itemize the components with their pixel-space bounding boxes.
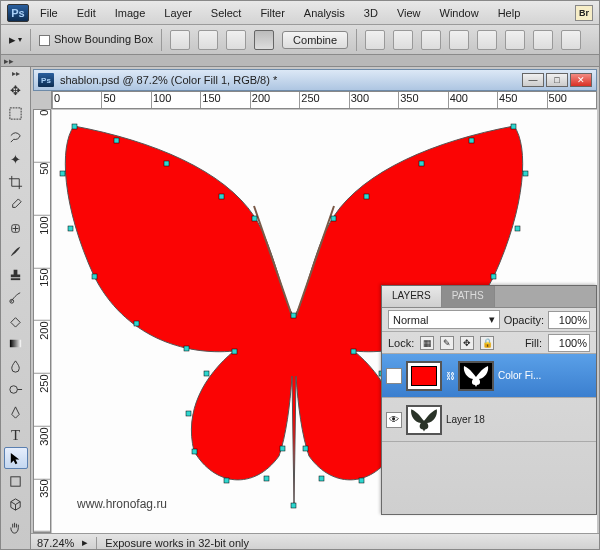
layer-list: 👁 ⛓ Color Fi... 👁: [382, 354, 596, 442]
chevron-right-icon[interactable]: ▸: [82, 536, 88, 549]
menu-3d[interactable]: 3D: [356, 4, 386, 22]
svg-rect-21: [224, 478, 229, 483]
menu-window[interactable]: Window: [432, 4, 487, 22]
wand-tool-icon[interactable]: ✦: [4, 148, 28, 170]
tool-preset-icon[interactable]: ▸: [9, 32, 16, 47]
svg-rect-31: [491, 274, 496, 279]
pathop-new-icon[interactable]: [170, 30, 190, 50]
type-tool-icon[interactable]: T: [4, 424, 28, 446]
layer-thumb-icon[interactable]: [406, 405, 442, 435]
blend-mode-select[interactable]: Normal▾: [388, 310, 500, 329]
visibility-toggle-icon[interactable]: 👁: [386, 412, 402, 428]
pathop-intersect-icon[interactable]: [254, 30, 274, 50]
layer-row[interactable]: 👁 ⛓ Color Fi...: [382, 354, 596, 398]
svg-rect-12: [60, 171, 65, 176]
distribute-v-icon[interactable]: [561, 30, 581, 50]
tab-layers[interactable]: LAYERS: [382, 286, 442, 307]
opacity-label: Opacity:: [504, 314, 544, 326]
document-titlebar[interactable]: Ps shablon.psd @ 87.2% (Color Fill 1, RG…: [33, 69, 597, 91]
menu-view[interactable]: View: [389, 4, 429, 22]
close-button[interactable]: ✕: [570, 73, 592, 87]
horizontal-ruler[interactable]: 050100150200250300350400450500: [51, 91, 597, 109]
svg-rect-19: [186, 411, 191, 416]
menu-bar: Ps File Edit Image Layer Select Filter A…: [1, 1, 599, 25]
shape-tool-icon[interactable]: [4, 470, 28, 492]
history-brush-tool-icon[interactable]: [4, 286, 28, 308]
layer-row[interactable]: 👁 Layer 18: [382, 398, 596, 442]
document-title: shablon.psd @ 87.2% (Color Fill 1, RGB/8…: [60, 74, 520, 86]
gradient-tool-icon[interactable]: [4, 332, 28, 354]
menu-image[interactable]: Image: [107, 4, 154, 22]
layer-thumb-fill-icon[interactable]: [406, 361, 442, 391]
vertical-ruler[interactable]: 050100150200250300350: [33, 109, 51, 533]
tab-paths[interactable]: PATHS: [442, 286, 495, 307]
svg-rect-27: [364, 194, 369, 199]
dodge-tool-icon[interactable]: [4, 378, 28, 400]
lock-pixels-icon[interactable]: ✎: [440, 336, 454, 350]
menu-layer[interactable]: Layer: [156, 4, 200, 22]
menu-file[interactable]: File: [32, 4, 66, 22]
distribute-h-icon[interactable]: [533, 30, 553, 50]
eraser-tool-icon[interactable]: [4, 309, 28, 331]
lasso-tool-icon[interactable]: [4, 125, 28, 147]
opacity-input[interactable]: 100%: [548, 311, 590, 329]
menu-edit[interactable]: Edit: [69, 4, 104, 22]
menu-filter[interactable]: Filter: [252, 4, 292, 22]
svg-rect-6: [11, 476, 20, 485]
marquee-tool-icon[interactable]: [4, 102, 28, 124]
canvas[interactable]: www.hronofag.ru LAYERS PATHS Normal▾ Opa…: [52, 110, 597, 533]
doc-icon: Ps: [38, 73, 54, 87]
svg-rect-4: [10, 339, 21, 347]
link-mask-icon[interactable]: ⛓: [446, 371, 454, 381]
align-middle-icon[interactable]: [477, 30, 497, 50]
tab-expand-icon[interactable]: ▸▸: [4, 56, 14, 66]
svg-rect-2: [11, 278, 20, 280]
layer-thumb-mask-icon[interactable]: [458, 361, 494, 391]
fill-input[interactable]: 100%: [548, 334, 590, 352]
svg-point-5: [10, 385, 18, 393]
document-area: Ps shablon.psd @ 87.2% (Color Fill 1, RG…: [31, 67, 599, 550]
pen-tool-icon[interactable]: [4, 401, 28, 423]
stamp-tool-icon[interactable]: [4, 263, 28, 285]
zoom-level[interactable]: 87.24%: [37, 537, 74, 549]
watermark-text: www.hronofag.ru: [77, 497, 167, 511]
layer-name[interactable]: Layer 18: [446, 414, 592, 425]
status-message: Exposure works in 32-bit only: [105, 537, 249, 549]
menu-analysis[interactable]: Analysis: [296, 4, 353, 22]
move-tool-icon[interactable]: ✥: [4, 79, 28, 101]
toolbox-expand-icon[interactable]: ▸▸: [12, 69, 20, 78]
maximize-button[interactable]: □: [546, 73, 568, 87]
blur-tool-icon[interactable]: [4, 355, 28, 377]
menu-select[interactable]: Select: [203, 4, 250, 22]
align-center-icon[interactable]: [393, 30, 413, 50]
visibility-toggle-icon[interactable]: 👁: [386, 368, 402, 384]
hand-tool-icon[interactable]: [4, 516, 28, 538]
crop-tool-icon[interactable]: [4, 171, 28, 193]
align-top-icon[interactable]: [449, 30, 469, 50]
minimize-button[interactable]: —: [522, 73, 544, 87]
show-bounding-checkbox[interactable]: Show Bounding Box: [39, 33, 153, 46]
svg-rect-10: [219, 194, 224, 199]
heal-tool-icon[interactable]: [4, 217, 28, 239]
lock-all-icon[interactable]: 🔒: [480, 336, 494, 350]
path-select-tool-icon[interactable]: [4, 447, 28, 469]
svg-rect-39: [319, 476, 324, 481]
pathop-add-icon[interactable]: [198, 30, 218, 50]
pathop-subtract-icon[interactable]: [226, 30, 246, 50]
align-bottom-icon[interactable]: [505, 30, 525, 50]
lock-position-icon[interactable]: ✥: [460, 336, 474, 350]
layer-name[interactable]: Color Fi...: [498, 370, 592, 381]
svg-rect-38: [359, 478, 364, 483]
svg-rect-22: [264, 476, 269, 481]
3d-tool-icon[interactable]: [4, 493, 28, 515]
bridge-icon[interactable]: Br: [575, 5, 593, 21]
tab-strip: ▸▸: [1, 55, 599, 67]
menu-help[interactable]: Help: [490, 4, 529, 22]
combine-button[interactable]: Combine: [282, 31, 348, 49]
brush-tool-icon[interactable]: [4, 240, 28, 262]
align-left-icon[interactable]: [365, 30, 385, 50]
svg-rect-16: [184, 346, 189, 351]
align-right-icon[interactable]: [421, 30, 441, 50]
eyedropper-tool-icon[interactable]: [4, 194, 28, 216]
lock-transparency-icon[interactable]: ▦: [420, 336, 434, 350]
